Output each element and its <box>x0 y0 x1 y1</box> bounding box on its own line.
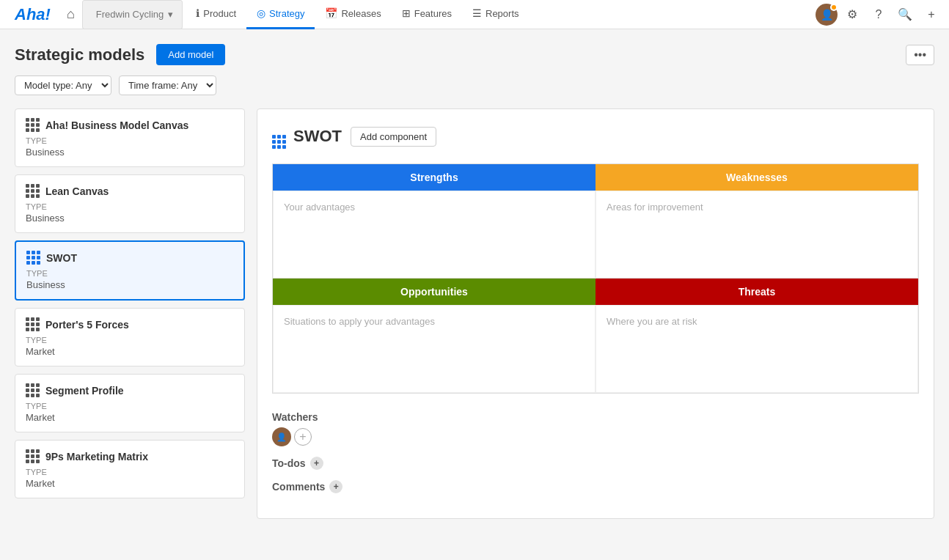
features-icon: ⊞ <box>402 7 411 19</box>
model-type-filter[interactable]: Model type: Any <box>15 75 111 95</box>
model-card-swot[interactable]: SWOT TYPE Business <box>15 240 245 301</box>
main-layout: Aha! Business Model Canvas TYPE Business… <box>15 108 934 519</box>
swot-title: SWOT <box>293 127 342 146</box>
nav-releases[interactable]: 📅 Releases <box>315 0 391 29</box>
nav-product[interactable]: ℹ Product <box>186 0 246 29</box>
page-header: Strategic models Add model ••• <box>15 44 934 65</box>
grid-icon <box>26 317 40 331</box>
strategy-icon: ◎ <box>257 7 265 19</box>
threats-header: Threats <box>596 279 918 305</box>
content-title-icon <box>272 124 286 149</box>
user-avatar-button[interactable]: 👤 <box>816 4 838 26</box>
help-button[interactable]: ? <box>867 3 890 26</box>
add-watcher-button[interactable]: + <box>294 428 312 446</box>
watchers-section: Watchers 👤 + <box>272 411 919 446</box>
notification-dot <box>830 4 838 11</box>
grid-icon <box>26 383 40 397</box>
grid-icon <box>26 118 40 132</box>
grid-icon <box>26 184 40 198</box>
content-header: SWOT Add component <box>272 124 919 149</box>
comments-label: Comments <box>272 481 325 493</box>
swot-strengths: Strengths Your advantages <box>273 164 596 279</box>
nav-strategy[interactable]: ◎ Strategy <box>246 0 315 29</box>
add-button[interactable]: + <box>920 3 943 26</box>
search-button[interactable]: 🔍 <box>893 3 917 26</box>
watchers-label: Watchers <box>272 411 318 423</box>
todos-label: To-dos <box>272 457 306 469</box>
time-frame-filter[interactable]: Time frame: Any <box>119 75 216 95</box>
weaknesses-body[interactable]: Areas for improvement <box>596 191 918 279</box>
nav-reports[interactable]: ☰ Reports <box>462 0 530 29</box>
model-card-aha-business-model[interactable]: Aha! Business Model Canvas TYPE Business <box>15 108 245 167</box>
workspace-dropdown[interactable]: Fredwin Cycling ▾ <box>82 0 183 29</box>
filter-row: Model type: Any Time frame: Any <box>15 75 934 95</box>
more-options-button[interactable]: ••• <box>906 45 934 65</box>
threats-body[interactable]: Where you are at risk <box>596 305 918 393</box>
app-logo[interactable]: Aha! <box>6 5 59 24</box>
model-card-segment-profile[interactable]: Segment Profile TYPE Market <box>15 374 245 432</box>
nav-features[interactable]: ⊞ Features <box>392 0 462 29</box>
reports-icon: ☰ <box>472 7 482 19</box>
product-icon: ℹ <box>196 7 199 19</box>
workspace-name: Fredwin Cycling <box>96 9 164 20</box>
page: Strategic models Add model ••• Model typ… <box>0 29 949 560</box>
opportunities-header: Opportunities <box>273 279 596 305</box>
grid-icon <box>26 251 40 265</box>
navbar-right: 👤 ⚙ ? 🔍 + <box>816 3 943 26</box>
comments-section: Comments + <box>272 480 919 493</box>
swot-threats: Threats Where you are at risk <box>596 279 918 393</box>
todos-section: To-dos + <box>272 457 919 470</box>
add-todo-button[interactable]: + <box>310 457 323 470</box>
swot-weaknesses: Weaknesses Areas for improvement <box>596 164 918 279</box>
watcher-avatar-1[interactable]: 👤 <box>272 427 291 446</box>
swot-opportunities: Opportunities Situations to apply your a… <box>273 279 596 393</box>
sidebar: Aha! Business Model Canvas TYPE Business… <box>15 108 245 519</box>
navbar: Aha! ⌂ Fredwin Cycling ▾ ℹ Product ◎ Str… <box>0 0 949 29</box>
settings-button[interactable]: ⚙ <box>840 3 864 26</box>
page-title: Strategic models <box>15 45 144 65</box>
model-card-lean-canvas[interactable]: Lean Canvas TYPE Business <box>15 174 245 233</box>
content-area: SWOT Add component Strengths Your advant… <box>257 108 934 519</box>
opportunities-body[interactable]: Situations to apply your advantages <box>273 305 596 393</box>
add-component-button[interactable]: Add component <box>351 127 436 147</box>
dropdown-arrow: ▾ <box>168 9 173 20</box>
watcher-avatars: 👤 + <box>272 427 919 446</box>
releases-icon: 📅 <box>325 7 337 19</box>
grid-icon <box>26 449 40 463</box>
add-model-button[interactable]: Add model <box>156 44 225 65</box>
model-card-porters-5-forces[interactable]: Porter's 5 Forces TYPE Market <box>15 308 245 366</box>
swot-grid: Strengths Your advantages Weaknesses Are… <box>272 163 919 394</box>
model-card-9ps[interactable]: 9Ps Marketing Matrix TYPE Market <box>15 440 245 498</box>
add-comment-button[interactable]: + <box>329 480 342 493</box>
home-button[interactable]: ⌂ <box>59 7 82 22</box>
strengths-body[interactable]: Your advantages <box>273 191 596 279</box>
weaknesses-header: Weaknesses <box>596 164 918 191</box>
strengths-header: Strengths <box>273 164 596 191</box>
